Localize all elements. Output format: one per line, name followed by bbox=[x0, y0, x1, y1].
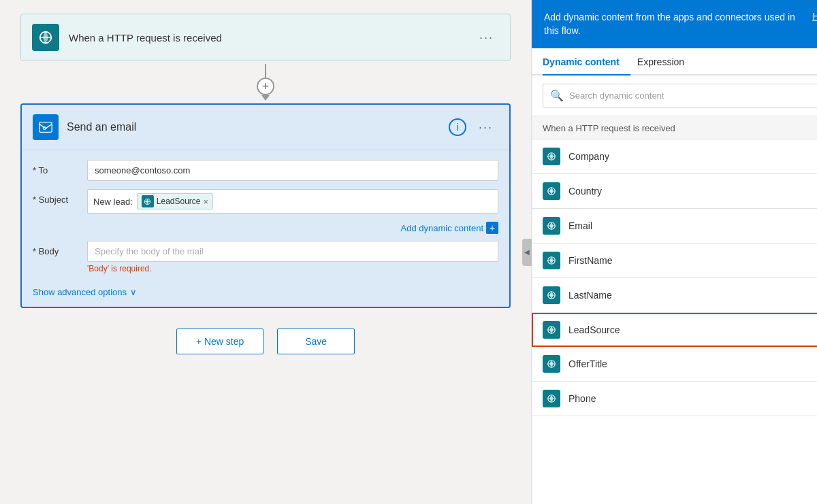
body-label: * Body bbox=[33, 241, 87, 256]
advanced-options-label: Show advanced options bbox=[33, 287, 127, 297]
body-error: 'Body' is required. bbox=[87, 264, 498, 273]
dynamic-item-label: OfferTitle bbox=[568, 358, 607, 369]
action-block: O Send an email i ··· * To * Subject New… bbox=[20, 103, 511, 308]
connector-arrow bbox=[261, 95, 270, 101]
dynamic-section-label: When a HTTP request is received bbox=[532, 116, 817, 139]
chevron-down-icon: ∨ bbox=[130, 287, 137, 297]
subject-prefix: New lead: bbox=[93, 197, 133, 207]
trigger-block: When a HTTP request is received ··· bbox=[20, 14, 511, 61]
dynamic-content-search-input[interactable] bbox=[569, 90, 817, 101]
dynamic-item[interactable]: FirstName bbox=[532, 243, 817, 278]
subject-field[interactable]: New lead: LeadSource × bbox=[87, 189, 498, 214]
add-connector-button[interactable]: + bbox=[257, 78, 274, 95]
token-label: LeadSource bbox=[157, 197, 201, 206]
token-icon bbox=[142, 195, 154, 207]
dynamic-item-icon bbox=[543, 286, 560, 304]
action-info-button[interactable]: i bbox=[449, 118, 466, 136]
flow-canvas: When a HTTP request is received ··· + O … bbox=[0, 0, 531, 504]
svg-text:O: O bbox=[42, 125, 46, 131]
dynamic-item-label: Company bbox=[568, 151, 609, 162]
dynamic-item-label: Country bbox=[568, 186, 602, 197]
search-container: 🔍 bbox=[532, 75, 817, 116]
dynamic-item-label: Phone bbox=[568, 393, 596, 404]
to-row: * To bbox=[33, 160, 498, 181]
to-label: * To bbox=[33, 160, 87, 175]
outlook-icon: O bbox=[33, 114, 59, 140]
advanced-options-container: Show advanced options ∨ bbox=[33, 283, 498, 299]
dynamic-items-list: CompanyCountryEmailFirstNameLastNameLead… bbox=[532, 139, 817, 504]
action-ellipsis-button[interactable]: ··· bbox=[473, 118, 498, 137]
token-remove-button[interactable]: × bbox=[204, 197, 209, 206]
trigger-ellipsis-button[interactable]: ··· bbox=[474, 28, 499, 48]
trigger-icon bbox=[32, 24, 59, 51]
dynamic-item-icon bbox=[543, 148, 560, 165]
http-icon bbox=[38, 30, 53, 45]
dynamic-item-icon bbox=[543, 355, 560, 373]
trigger-title: When a HTTP request is received bbox=[69, 32, 474, 44]
dynamic-item[interactable]: Email bbox=[532, 209, 817, 243]
add-dynamic-icon: + bbox=[486, 222, 498, 234]
dynamic-content-panel: ◀ Add dynamic content from the apps and … bbox=[531, 0, 817, 504]
dynamic-item-icon bbox=[543, 390, 560, 407]
body-row: * Body bbox=[33, 241, 498, 262]
panel-tabs: Dynamic content Expression bbox=[532, 48, 817, 75]
dynamic-item-icon bbox=[543, 182, 560, 200]
dynamic-item-label: LastName bbox=[568, 290, 612, 301]
dynamic-item-icon bbox=[543, 217, 560, 235]
token-icon-svg bbox=[144, 198, 151, 205]
hide-panel-button[interactable]: Hide bbox=[812, 11, 817, 22]
action-header: O Send an email i ··· bbox=[22, 105, 509, 150]
save-button[interactable]: Save bbox=[277, 329, 355, 354]
tab-dynamic-content[interactable]: Dynamic content bbox=[543, 48, 630, 75]
new-step-button[interactable]: + New step bbox=[176, 329, 263, 354]
show-advanced-options-link[interactable]: Show advanced options ∨ bbox=[33, 283, 137, 299]
subject-row: * Subject New lead: LeadSource × bbox=[33, 189, 498, 214]
dynamic-item[interactable]: Company bbox=[532, 139, 817, 174]
dynamic-item[interactable]: Country bbox=[532, 174, 817, 209]
subject-label: * Subject bbox=[33, 189, 87, 205]
subject-token[interactable]: LeadSource × bbox=[137, 193, 213, 209]
search-box: 🔍 bbox=[543, 84, 817, 107]
add-dynamic-row: Add dynamic content + bbox=[33, 222, 498, 234]
form-body: * To * Subject New lead: bbox=[22, 150, 509, 307]
add-dynamic-link[interactable]: Add dynamic content + bbox=[401, 222, 498, 234]
tab-expression[interactable]: Expression bbox=[637, 48, 695, 75]
panel-header-text: Add dynamic content from the apps and co… bbox=[544, 11, 805, 37]
connector-line-top bbox=[265, 64, 266, 78]
connector: + bbox=[257, 64, 274, 101]
body-input[interactable] bbox=[87, 241, 498, 262]
dynamic-item-icon bbox=[543, 321, 560, 339]
search-icon: 🔍 bbox=[550, 89, 564, 102]
dynamic-item[interactable]: OfferTitle bbox=[532, 347, 817, 382]
dynamic-item[interactable]: Phone bbox=[532, 382, 817, 416]
panel-header: Add dynamic content from the apps and co… bbox=[532, 0, 817, 48]
dynamic-item[interactable]: LeadSource bbox=[532, 313, 817, 347]
to-input[interactable] bbox=[87, 160, 498, 181]
dynamic-item-icon bbox=[543, 252, 560, 269]
dynamic-item-label: LeadSource bbox=[568, 324, 620, 335]
action-buttons: + New step Save bbox=[176, 329, 355, 354]
add-dynamic-label: Add dynamic content bbox=[401, 223, 483, 233]
dynamic-item[interactable]: LastName bbox=[532, 278, 817, 313]
dynamic-item-label: FirstName bbox=[568, 255, 613, 266]
action-title: Send an email bbox=[67, 121, 449, 133]
email-icon: O bbox=[38, 120, 53, 135]
dynamic-item-label: Email bbox=[568, 220, 592, 231]
collapse-panel-handle[interactable]: ◀ bbox=[522, 239, 532, 266]
